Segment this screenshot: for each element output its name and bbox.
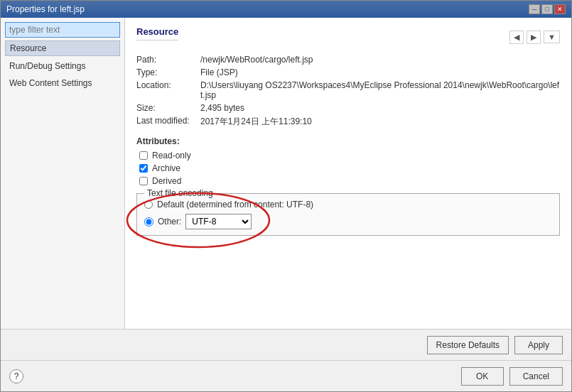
ok-button[interactable]: OK xyxy=(461,367,504,386)
radio-row-other: Other: UTF-8 UTF-16 ISO-8859-1 US-ASCII xyxy=(144,214,552,229)
footer-left: ? xyxy=(9,369,23,383)
modified-value: 2017年1月24日 上午11:39:10 xyxy=(200,116,312,128)
sidebar-item-resource[interactable]: Resource xyxy=(5,40,120,56)
section-title: Resource xyxy=(136,26,178,40)
info-row-modified: Last modified: 2017年1月24日 上午11:39:10 xyxy=(136,116,560,128)
readonly-checkbox[interactable] xyxy=(139,151,148,160)
minimize-button[interactable]: ─ xyxy=(529,4,540,14)
derived-checkbox[interactable] xyxy=(139,177,148,185)
info-row-size: Size: 2,495 bytes xyxy=(136,103,560,113)
encoding-default-label: Default (determined from content: UTF-8) xyxy=(157,200,313,209)
encoding-default-radio[interactable] xyxy=(144,200,153,209)
footer-right: OK Cancel xyxy=(461,367,563,386)
encoding-section: Text file encoding Default (determined f… xyxy=(136,193,560,236)
content-area: Resource Run/Debug Settings Web Content … xyxy=(1,18,571,329)
encoding-select[interactable]: UTF-8 UTF-16 ISO-8859-1 US-ASCII xyxy=(185,214,252,229)
nav-forward-button[interactable]: ▶ xyxy=(527,31,541,44)
size-value: 2,495 bytes xyxy=(200,103,244,113)
sidebar-item-run-debug[interactable]: Run/Debug Settings xyxy=(5,59,120,73)
cancel-button[interactable]: Cancel xyxy=(509,367,563,386)
modified-label: Last modified: xyxy=(136,116,200,126)
location-label: Location: xyxy=(136,80,200,90)
properties-window: Properties for left.jsp ─ □ ✕ Resource R… xyxy=(0,0,572,392)
sidebar: Resource Run/Debug Settings Web Content … xyxy=(1,18,125,329)
footer: ? OK Cancel xyxy=(1,360,571,391)
restore-defaults-button[interactable]: Restore Defaults xyxy=(427,336,509,354)
type-label: Type: xyxy=(136,67,200,77)
info-row-type: Type: File (JSP) xyxy=(136,67,560,77)
radio-row-default: Default (determined from content: UTF-8) xyxy=(144,200,552,209)
main-header: Resource ◀ ▶ ▼ xyxy=(136,26,560,48)
location-value: D:\Users\liuyang OS2237\Workspaces4\MyEc… xyxy=(200,80,560,100)
close-button[interactable]: ✕ xyxy=(554,4,566,14)
nav-menu-button[interactable]: ▼ xyxy=(544,31,560,43)
filter-input[interactable] xyxy=(5,22,120,38)
attributes-section: Attributes: Read-only Archive Derived xyxy=(136,136,560,186)
encoding-legend: Text file encoding xyxy=(144,188,216,198)
archive-label: Archive xyxy=(152,163,180,173)
title-bar: Properties for left.jsp ─ □ ✕ xyxy=(1,1,571,18)
info-row-path: Path: /newjk/WebRoot/cargo/left.jsp xyxy=(136,55,560,65)
help-button[interactable]: ? xyxy=(9,369,23,383)
nav-arrows: ◀ ▶ ▼ xyxy=(509,31,560,44)
encoding-other-label: Other: xyxy=(158,217,181,227)
archive-checkbox[interactable] xyxy=(139,164,148,173)
apply-button[interactable]: Apply xyxy=(514,336,563,354)
readonly-label: Read-only xyxy=(152,151,191,160)
restore-apply-bar: Restore Defaults Apply xyxy=(1,329,571,360)
type-value: File (JSP) xyxy=(200,67,238,77)
path-label: Path: xyxy=(136,55,200,65)
attributes-label: Attributes: xyxy=(136,136,560,146)
checkbox-row-readonly: Read-only xyxy=(136,151,560,160)
encoding-wrapper: Text file encoding Default (determined f… xyxy=(136,193,560,236)
checkbox-row-derived: Derived xyxy=(136,176,560,186)
window-title: Properties for left.jsp xyxy=(6,4,85,14)
info-table: Path: /newjk/WebRoot/cargo/left.jsp Type… xyxy=(136,55,560,128)
path-value: /newjk/WebRoot/cargo/left.jsp xyxy=(200,55,313,65)
window-controls: ─ □ ✕ xyxy=(529,4,566,14)
sidebar-item-web-content[interactable]: Web Content Settings xyxy=(5,76,120,90)
info-row-location: Location: D:\Users\liuyang OS2237\Worksp… xyxy=(136,80,560,100)
nav-back-button[interactable]: ◀ xyxy=(509,31,524,44)
main-panel: Resource ◀ ▶ ▼ Path: /newjk/WebRoot/carg… xyxy=(125,18,571,329)
checkbox-row-archive: Archive xyxy=(136,163,560,173)
maximize-button[interactable]: □ xyxy=(541,4,553,14)
encoding-other-radio[interactable] xyxy=(144,217,153,227)
derived-label: Derived xyxy=(152,176,181,186)
size-label: Size: xyxy=(136,103,200,113)
